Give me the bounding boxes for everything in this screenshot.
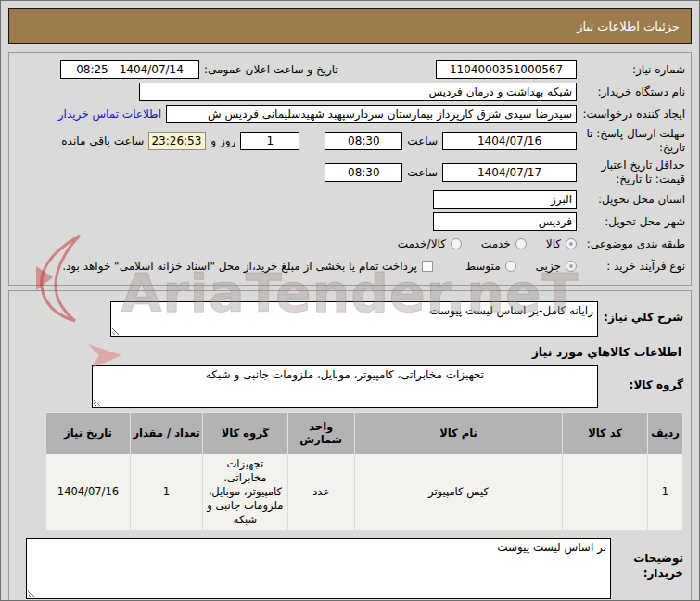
- row-buyer-notes: توضیحات خریدار: بر اساس لیست پیوست: [17, 538, 683, 599]
- need-info-panel: شماره نیاز: تاریخ و ساعت اعلان عمومی: نا…: [8, 52, 692, 286]
- remaining-days-label: روز و: [210, 134, 235, 147]
- goods-group-label: گروه کالا:: [604, 365, 683, 391]
- buyer-contact-link[interactable]: اطلاعات تماس خریدار: [58, 108, 161, 121]
- city-label: شهر محل تحویل:: [581, 215, 685, 229]
- cell-goods-code: --: [563, 454, 648, 531]
- goods-table: ردیف کد کالا نام کالا واحد شمارش گروه کا…: [45, 412, 683, 531]
- table-row: 1 -- کیس کامپیوتر عدد تجهیزات مخابراتی، …: [46, 454, 683, 531]
- need-description-label: شرح کلي نیاز:: [604, 301, 683, 324]
- need-detail-panel: شرح کلي نیاز: رایانه کامل-بر اساس لیست پ…: [8, 290, 692, 601]
- price-validity-time-field[interactable]: [325, 163, 402, 182]
- city-field[interactable]: [433, 212, 577, 231]
- process-type-radio-medium[interactable]: [505, 261, 516, 272]
- price-validity-hour-label: ساعت: [407, 166, 438, 179]
- province-field[interactable]: [433, 190, 577, 209]
- price-validity-label: حداقل تاریخ اعتبار قیمت: تا تاریخ:: [581, 159, 685, 186]
- page-title: جزئیات اطلاعات نیاز: [577, 19, 680, 33]
- response-deadline-label: مهلت ارسال پاسخ: تا تاریخ:: [581, 127, 685, 155]
- buyer-notes-textarea[interactable]: بر اساس لیست پیوست: [26, 538, 611, 599]
- row-goods-group: گروه کالا: تجهیزات مخابراتی، کامپیوتر، م…: [17, 365, 683, 408]
- row-process-type: نوع فرآیند خرید : جزیی متوسط پرداخت تمام…: [15, 256, 685, 276]
- cell-count-unit: عدد: [287, 454, 354, 531]
- need-details-page: { "title_bar": { "title": "جزئیات اطلاعا…: [0, 0, 700, 601]
- cell-goods-name: کیس کامپیوتر: [354, 454, 563, 531]
- col-quantity: تعداد / مقدار: [130, 413, 202, 454]
- col-goods-name: نام کالا: [354, 413, 563, 454]
- process-type-radio-minor[interactable]: [566, 261, 577, 272]
- classification-label: طبقه بندی موضوعی:: [581, 237, 685, 251]
- col-need-date: تاریخ نیاز: [46, 413, 131, 454]
- remaining-days-field[interactable]: [240, 132, 299, 150]
- response-deadline-date-field[interactable]: [442, 132, 577, 150]
- process-type-label: نوع فرآیند خرید :: [581, 260, 685, 274]
- request-creator-field[interactable]: [166, 105, 577, 123]
- classification-option-goods: کالا: [546, 237, 561, 250]
- response-deadline-time-field[interactable]: [325, 132, 402, 150]
- treasury-checkbox[interactable]: [422, 261, 433, 272]
- cell-row-number: 1: [648, 454, 683, 531]
- row-province: استان محل تحویل:: [15, 189, 685, 210]
- row-need-number: شماره نیاز: تاریخ و ساعت اعلان عمومی:: [15, 59, 685, 80]
- classification-option-service: خدمت: [481, 237, 511, 250]
- cell-quantity: 1: [130, 454, 202, 531]
- response-deadline-hour-label: ساعت: [407, 134, 438, 147]
- col-goods-group: گروه کالا: [202, 413, 287, 454]
- classification-radio-goods[interactable]: [566, 238, 577, 249]
- need-number-label: شماره نیاز:: [581, 63, 685, 77]
- title-bar: جزئیات اطلاعات نیاز: [8, 8, 692, 44]
- classification-radio-goods-service[interactable]: [451, 238, 462, 249]
- classification-radio-service[interactable]: [515, 238, 527, 249]
- row-city: شهر محل تحویل:: [15, 211, 685, 232]
- goods-table-header-row: ردیف کد کالا نام کالا واحد شمارش گروه کا…: [46, 413, 683, 454]
- row-request-creator: ایجاد کننده درخواست: اطلاعات تماس خریدار: [15, 104, 685, 124]
- goods-section-header: اطلاعات کالاهاي مورد نیاز: [17, 345, 681, 359]
- row-price-validity: حداقل تاریخ اعتبار قیمت: تا تاریخ: ساعت: [15, 158, 685, 187]
- cell-need-date: 1404/07/16: [46, 454, 131, 531]
- cell-goods-group: تجهیزات مخابراتی، کامپیوتر، موبایل، ملزو…: [202, 454, 287, 531]
- process-type-option-minor: جزیی: [536, 260, 561, 273]
- province-label: استان محل تحویل:: [581, 193, 685, 207]
- col-count-unit: واحد شمارش: [287, 413, 354, 454]
- buyer-org-label: نام دستگاه خریدار:: [581, 85, 685, 99]
- price-validity-date-field[interactable]: [442, 163, 577, 182]
- buyer-org-field[interactable]: [139, 83, 577, 101]
- row-classification: طبقه بندی موضوعی: کالا خدمت کالا/خدمت: [15, 234, 685, 254]
- buyer-notes-label: توضیحات خریدار:: [617, 538, 683, 582]
- treasury-note: پرداخت تمام یا بخشی از مبلغ خرید،از محل …: [62, 260, 417, 273]
- classification-option-goods-service: کالا/خدمت: [398, 237, 446, 250]
- need-number-field[interactable]: [436, 60, 577, 79]
- col-row-number: ردیف: [648, 413, 683, 454]
- col-goods-code: کد کالا: [563, 413, 648, 454]
- row-buyer-org: نام دستگاه خریدار:: [15, 82, 685, 102]
- process-type-option-medium: متوسط: [465, 260, 501, 273]
- goods-group-textarea[interactable]: تجهیزات مخابراتی، کامپیوتر، موبایل، ملزو…: [92, 365, 598, 408]
- countdown-timer: 23:26:53: [148, 132, 206, 150]
- row-need-description: شرح کلي نیاز: رایانه کامل-بر اساس لیست پ…: [17, 301, 683, 337]
- announce-datetime-field[interactable]: [60, 60, 199, 79]
- row-response-deadline: مهلت ارسال پاسخ: تا تاریخ: ساعت روز و 23…: [15, 126, 685, 156]
- announce-datetime-label: تاریخ و ساعت اعلان عمومی:: [204, 63, 338, 77]
- need-description-textarea[interactable]: رایانه کامل-بر اساس لیست پیوست: [110, 301, 598, 337]
- remaining-hours-label: ساعت باقی مانده: [61, 134, 144, 147]
- request-creator-label: ایجاد کننده درخواست:: [581, 108, 685, 121]
